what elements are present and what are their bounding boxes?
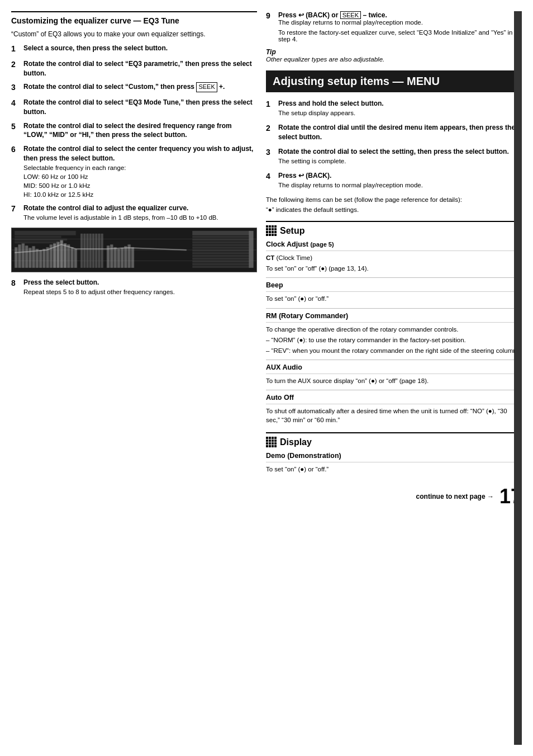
step-5-content: Rotate the control dial to select the de…: [23, 121, 257, 140]
step-8: 8 Press the select button. Repeat steps …: [11, 278, 257, 296]
rm-norm: – “NORM” (●): to use the rotary commande…: [266, 336, 522, 344]
svg-rect-45: [192, 241, 250, 243]
svg-rect-55: [249, 231, 253, 268]
aux-audio-content: To turn the AUX source display “on” (●) …: [266, 376, 522, 385]
right-column: 9 Press ↩ (BACK) or SEEK – twice. The di…: [266, 11, 522, 508]
svg-rect-27: [95, 234, 97, 268]
aux-text: To turn the AUX source display “on” (●) …: [266, 376, 522, 385]
menu-step-3: 3 Rotate the control dial to select the …: [266, 147, 522, 166]
svg-rect-34: [121, 248, 123, 268]
beep-content: To set “on” (●) or “off.”: [266, 294, 522, 303]
demo-header: Demo (Demonstration): [266, 452, 522, 462]
step-6-sub: Selectable frequency in each range: LOW:…: [23, 163, 257, 199]
step-9: 9 Press ↩ (BACK) or SEEK – twice. The di…: [266, 11, 522, 42]
svg-rect-33: [117, 249, 120, 268]
step-7-text: Rotate the control dial to adjust the eq…: [23, 204, 188, 212]
svg-rect-6: [22, 243, 25, 268]
clock-adjust-content: CT (Clock Time) To set “on” or “off” (●)…: [266, 253, 522, 273]
menu-step-2: 2 Rotate the control dial until the desi…: [266, 123, 522, 142]
svg-rect-25: [89, 234, 92, 268]
menu-steps-list: 1 Press and hold the select button. The …: [266, 99, 522, 190]
menu-step-3-num: 3: [266, 147, 276, 166]
page: Customizing the equalizer curve — EQ3 Tu…: [0, 0, 533, 756]
step-4: 4 Rotate the control dial to select “EQ3…: [11, 98, 257, 117]
menu-step-3-content: Rotate the control dial to select the se…: [278, 147, 522, 166]
section-title: Customizing the equalizer curve — EQ3 Tu…: [11, 11, 257, 26]
tip-section: Tip Other equalizer types are also adjus…: [266, 48, 522, 63]
demo-content: To set “on” (●) or “off.”: [266, 465, 522, 474]
svg-rect-11: [39, 250, 42, 268]
svg-rect-5: [18, 244, 21, 268]
following-text: The following items can be set (follow t…: [266, 196, 522, 203]
svg-rect-39: [15, 236, 61, 238]
svg-rect-32: [114, 247, 117, 268]
svg-rect-24: [86, 234, 88, 268]
svg-rect-7: [25, 245, 28, 268]
divider-autooff: [266, 390, 522, 390]
display-grid-icon: [266, 437, 277, 447]
svg-rect-48: [192, 249, 250, 252]
svg-rect-49: [192, 252, 250, 254]
menu-step-1-content: Press and hold the select button. The se…: [278, 99, 522, 117]
menu-step-2-text: Rotate the control dial until the desire…: [278, 124, 515, 141]
left-steps-list: 1 Select a source, then press the select…: [11, 44, 257, 222]
step-5: 5 Rotate the control dial to select the …: [11, 121, 257, 140]
svg-rect-4: [15, 247, 17, 268]
step-2-content: Rotate the control dial to select “EQ3 p…: [23, 59, 257, 78]
svg-rect-53: [192, 263, 250, 265]
step-8-text: Press the select button.: [23, 278, 99, 286]
svg-rect-19: [67, 244, 70, 268]
menu-step-4: 4 Press ↩ (BACK). The display returns to…: [266, 171, 522, 190]
menu-step-1: 1 Press and hold the select button. The …: [266, 99, 522, 117]
svg-rect-50: [192, 255, 250, 257]
beep-header: Beep: [266, 281, 522, 292]
step-9-sub1: The display returns to normal play/recep…: [278, 19, 522, 26]
tip-label: Tip: [266, 48, 522, 56]
menu-step-3-sub: The setting is complete.: [278, 157, 522, 166]
tip-text: Other equalizer types are also adjustabl…: [266, 56, 522, 63]
step-6-text: Rotate the control dial to select the ce…: [23, 145, 253, 162]
divider-beep: [266, 277, 522, 278]
display-section: Display Demo (Demonstration) To set “on”…: [266, 432, 522, 474]
setup-section-header: Setup: [266, 221, 522, 236]
svg-rect-51: [192, 258, 250, 260]
step-6: 6 Rotate the control dial to select the …: [11, 144, 257, 199]
continue-text: continue to next page →: [416, 493, 494, 500]
display-section-header: Display: [266, 432, 522, 447]
aux-audio-header: AUX Audio: [266, 363, 522, 374]
display-section-title: Display: [280, 437, 312, 447]
menu-step-2-num: 2: [266, 123, 276, 142]
step-8-sub: Repeat steps 5 to 8 to adjust other freq…: [23, 287, 257, 296]
step-9-content: Press ↩ (BACK) or SEEK – twice. The disp…: [278, 11, 522, 42]
svg-rect-28: [98, 234, 100, 268]
svg-rect-40: [15, 239, 67, 241]
svg-rect-37: [131, 247, 134, 268]
step-3-num: 3: [11, 82, 21, 93]
rm-content: To change the operative direction of the…: [266, 325, 522, 355]
svg-rect-23: [83, 234, 85, 268]
menu-step-4-num: 4: [266, 171, 276, 190]
adjusting-heading: Adjusting setup items — MENU: [266, 70, 522, 92]
svg-rect-44: [192, 239, 250, 241]
svg-rect-35: [124, 246, 127, 268]
setup-grid-icon: [266, 225, 277, 236]
section-subtitle: “Custom” of EQ3 allows you to make your …: [11, 30, 257, 38]
step-4-num: 4: [11, 98, 21, 117]
setup-section: Setup Clock Adjust (page 5) CT (Clock Ti…: [266, 221, 522, 424]
step-2: 2 Rotate the control dial to select “EQ3…: [11, 59, 257, 78]
seek-badge-9: SEEK: [340, 11, 361, 19]
menu-step-1-sub: The setup display appears.: [278, 108, 522, 117]
step-6-content: Rotate the control dial to select the ce…: [23, 144, 257, 199]
auto-off-text: To shut off automatically after a desire…: [266, 407, 522, 424]
step-3: 3 Rotate the control dial to select “Cus…: [11, 82, 257, 93]
svg-rect-26: [92, 234, 94, 268]
svg-rect-47: [192, 247, 250, 249]
step-3-content: Rotate the control dial to select “Custo…: [23, 82, 257, 93]
clock-adjust-page-ref: (page 5): [310, 241, 334, 248]
eq-display: [11, 228, 257, 272]
svg-rect-8: [28, 248, 31, 268]
svg-rect-10: [36, 249, 39, 268]
step-8-list: 8 Press the select button. Repeat steps …: [11, 278, 257, 296]
step-6-num: 6: [11, 144, 21, 199]
auto-off-header: Auto Off: [266, 394, 522, 404]
